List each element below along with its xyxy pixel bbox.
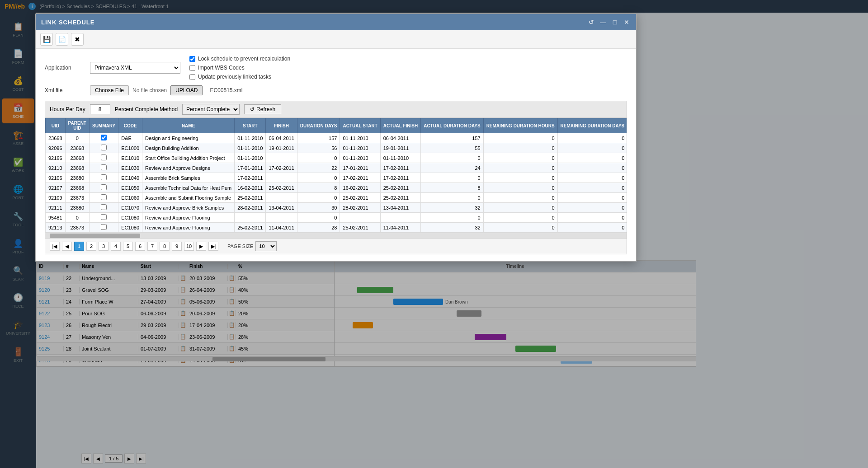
cell-parent-uid: 0 bbox=[65, 133, 89, 143]
upload-button[interactable]: UPLOAD bbox=[170, 85, 203, 95]
choose-file-button[interactable]: Choose File bbox=[90, 85, 129, 95]
table-row[interactable]: 92106 23680 EC1040 Assemble Brick Sample… bbox=[46, 173, 627, 183]
refresh-button[interactable]: ↺ Refresh bbox=[244, 104, 281, 114]
cell-actual-start: 01-11-2010 bbox=[340, 143, 380, 153]
cell-name: Review and Approve Flooring bbox=[142, 213, 235, 223]
cell-name: Review and Approve Flooring bbox=[142, 223, 235, 233]
cell-remaining-hours: 0 bbox=[483, 223, 557, 233]
no-file-text: No file chosen bbox=[132, 87, 167, 94]
hours-per-day-input[interactable] bbox=[90, 104, 110, 114]
import-wbs-checkbox[interactable] bbox=[189, 65, 195, 71]
pag-page-6[interactable]: 6 bbox=[135, 242, 145, 251]
table-row[interactable]: 92107 23668 EC1050 Assemble Technical Da… bbox=[46, 183, 627, 193]
hscrollbar-thumb[interactable] bbox=[50, 234, 140, 238]
new-button[interactable]: 📄 bbox=[56, 33, 68, 46]
table-row[interactable]: 92111 23680 EC1070 Review and Approve Br… bbox=[46, 203, 627, 213]
xml-file-row: Xml file Choose File No file chosen UPLO… bbox=[45, 85, 627, 95]
cell-summary[interactable] bbox=[89, 203, 118, 213]
cancel-button[interactable]: ✖ bbox=[71, 33, 84, 46]
cell-summary[interactable] bbox=[89, 223, 118, 233]
refresh-icon: ↺ bbox=[250, 106, 255, 112]
modal-maximize-btn[interactable]: □ bbox=[611, 18, 619, 26]
cell-finish: 06-04-2011 bbox=[266, 133, 297, 143]
cell-name: Review and Approve Designs bbox=[142, 163, 235, 173]
table-row[interactable]: 92113 23673 EC1080 Review and Approve Fl… bbox=[46, 223, 627, 233]
cell-actual-start: 25-02-2011 bbox=[340, 193, 380, 203]
cell-finish bbox=[266, 153, 297, 163]
pag-page-7[interactable]: 7 bbox=[147, 242, 157, 251]
cell-code: EC1060 bbox=[118, 193, 142, 203]
table-row[interactable]: 92096 23668 EC1000 Design Building Addit… bbox=[46, 143, 627, 153]
cell-summary[interactable] bbox=[89, 133, 118, 143]
modal-close-btn[interactable]: ✕ bbox=[623, 18, 631, 26]
cell-uid: 92109 bbox=[46, 193, 66, 203]
modal-body: Application Primavera XML MS Project XML… bbox=[36, 49, 636, 261]
cell-finish bbox=[266, 213, 297, 223]
table-row[interactable]: 92109 23673 EC1060 Assemble and Submit F… bbox=[46, 193, 627, 203]
update-tasks-checkbox-label[interactable]: Update previously linked tasks bbox=[189, 74, 290, 80]
update-tasks-checkbox[interactable] bbox=[189, 74, 195, 80]
cell-actual-finish: 13-04-2011 bbox=[380, 203, 420, 213]
cell-summary[interactable] bbox=[89, 153, 118, 163]
table-hscrollbar[interactable] bbox=[45, 233, 627, 238]
pag-page-8[interactable]: 8 bbox=[160, 242, 170, 251]
cell-uid: 92111 bbox=[46, 203, 66, 213]
cell-duration-days: 8 bbox=[297, 183, 340, 193]
save-button[interactable]: 💾 bbox=[40, 33, 53, 46]
table-row[interactable]: 92110 23668 EC1030 Review and Approve De… bbox=[46, 163, 627, 173]
col-actual-start: ACTUAL START bbox=[340, 118, 380, 133]
cell-summary[interactable] bbox=[89, 183, 118, 193]
percent-complete-label: Percent Complete Method bbox=[115, 106, 178, 112]
col-actual-duration-days: ACTUAL DURATION DAYS bbox=[421, 118, 483, 133]
lock-schedule-checkbox-label[interactable]: Lock schedule to prevent recalculation bbox=[189, 56, 290, 62]
cell-actual-duration-days: 0 bbox=[421, 193, 483, 203]
pag-page-2[interactable]: 2 bbox=[86, 242, 96, 251]
pag-page-3[interactable]: 3 bbox=[99, 242, 108, 251]
cell-remaining-days: 0 bbox=[557, 183, 627, 193]
cell-summary[interactable] bbox=[89, 193, 118, 203]
table-row[interactable]: 95481 0 EC1080 Review and Approve Floori… bbox=[46, 213, 627, 223]
pag-next-btn[interactable]: ▶ bbox=[196, 242, 206, 251]
percent-complete-select[interactable]: Percent Complete Physical Duration bbox=[182, 104, 240, 115]
modal-titlebar: LINK SCHEDULE ↺ — □ ✕ bbox=[36, 14, 636, 30]
cell-summary[interactable] bbox=[89, 143, 118, 153]
cell-summary[interactable] bbox=[89, 213, 118, 223]
pag-page-4[interactable]: 4 bbox=[111, 242, 121, 251]
lock-schedule-label: Lock schedule to prevent recalculation bbox=[198, 56, 290, 62]
table-header-row: UID PARENTUID SUMMARY CODE NAME START FI… bbox=[46, 118, 627, 133]
table-row[interactable]: 23668 0 D&E Design and Engineering 01-11… bbox=[46, 133, 627, 143]
modal-minimize-btn[interactable]: — bbox=[599, 18, 607, 26]
modal-refresh-btn[interactable]: ↺ bbox=[587, 18, 595, 26]
pag-prev-btn[interactable]: ◀ bbox=[62, 242, 72, 251]
cell-name: Assemble and Submit Flooring Sample bbox=[142, 193, 235, 203]
cell-start: 25-02-2011 bbox=[235, 193, 266, 203]
cell-remaining-hours: 0 bbox=[483, 133, 557, 143]
pag-last-btn[interactable]: ▶| bbox=[208, 242, 218, 251]
cell-actual-duration-days: 157 bbox=[421, 133, 483, 143]
pag-page-5[interactable]: 5 bbox=[123, 242, 133, 251]
cell-start: 01-11-2010 bbox=[235, 143, 266, 153]
application-select[interactable]: Primavera XML MS Project XML P6 XML bbox=[90, 62, 180, 74]
cell-summary[interactable] bbox=[89, 173, 118, 183]
lock-schedule-checkbox[interactable] bbox=[189, 56, 195, 62]
cell-code: EC1000 bbox=[118, 143, 142, 153]
cell-summary[interactable] bbox=[89, 163, 118, 173]
cell-remaining-days: 0 bbox=[557, 223, 627, 233]
cell-remaining-days: 0 bbox=[557, 143, 627, 153]
cell-parent-uid: 23668 bbox=[65, 153, 89, 163]
cell-remaining-days: 0 bbox=[557, 153, 627, 163]
import-wbs-checkbox-label[interactable]: Import WBS Codes bbox=[189, 65, 290, 71]
cell-name: Design Building Addition bbox=[142, 143, 235, 153]
cell-actual-finish: 19-01-2011 bbox=[380, 143, 420, 153]
cell-parent-uid: 23680 bbox=[65, 173, 89, 183]
pag-page-1[interactable]: 1 bbox=[74, 242, 84, 251]
cell-start: 17-02-2011 bbox=[235, 173, 266, 183]
table-scroll-area[interactable]: UID PARENTUID SUMMARY CODE NAME START FI… bbox=[45, 118, 627, 233]
page-size-select[interactable]: 10 20 50 100 bbox=[255, 241, 277, 251]
pag-first-btn[interactable]: |◀ bbox=[50, 242, 60, 251]
cell-start bbox=[235, 213, 266, 223]
cell-parent-uid: 23680 bbox=[65, 203, 89, 213]
table-row[interactable]: 92166 23668 EC1010 Start Office Building… bbox=[46, 153, 627, 163]
pag-page-9[interactable]: 9 bbox=[172, 242, 182, 251]
pag-page-10[interactable]: 10 bbox=[184, 242, 194, 251]
